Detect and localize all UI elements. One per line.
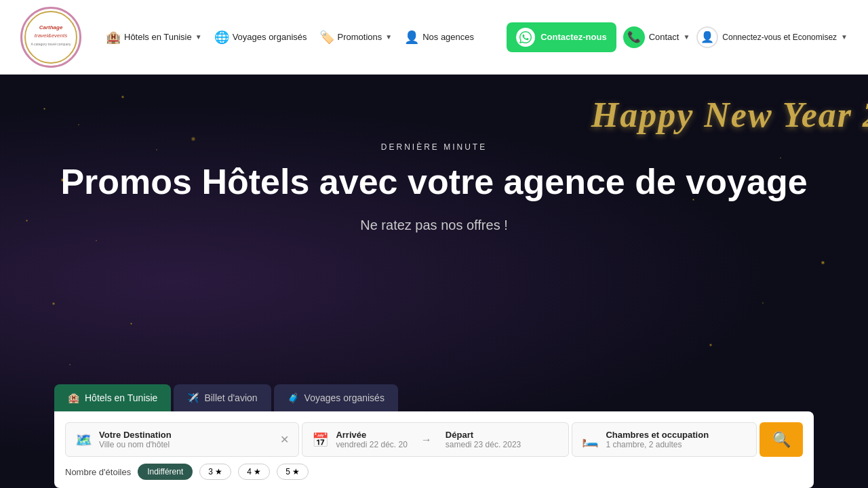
stars-3-btn[interactable]: 3 ★ <box>199 464 231 480</box>
rooms-value: 1 chambre, 2 adultes <box>606 440 747 449</box>
tab-voyages-label: Voyages organisés <box>304 392 384 403</box>
svg-text:travel&events: travel&events <box>35 33 67 39</box>
calendar-icon: 📅 <box>312 432 329 448</box>
search-container: 🏨 Hôtels en Tunisie ✈️ Billet d'avion 🧳 … <box>54 384 814 488</box>
hotels-icon: 🏨 <box>106 30 121 45</box>
destination-clear-icon[interactable]: ✕ <box>280 433 289 446</box>
tab-voyages-icon: 🧳 <box>288 392 299 403</box>
rooms-label: Chambres et occupation <box>606 430 747 440</box>
dates-arrow: → <box>421 434 432 446</box>
search-box: 🗺️ Votre Destination Ville ou nom d'hôte… <box>54 411 814 488</box>
main-nav: 🏨 Hôtels en Tunisie ▼ 🌐 Voyages organisé… <box>102 27 507 47</box>
rooms-icon: 🛏️ <box>582 432 599 448</box>
stars-label: Nombre d'étoiles <box>65 467 131 477</box>
contact-label: Contact <box>649 32 679 42</box>
hero-subtitle: DERNIÈRE MINUTE <box>60 142 807 152</box>
nav-hotels-label: Hôtels en Tunisie <box>124 32 192 42</box>
logo-circle: Carthage travel&events A category travel… <box>20 7 81 68</box>
hero-description: Ne ratez pas nos offres ! <box>60 218 807 233</box>
header: Carthage travel&events A category travel… <box>0 0 868 75</box>
user-icon: 👤 <box>696 26 718 48</box>
agences-icon: 👤 <box>404 30 419 45</box>
arrival-label: Arrivée <box>336 430 407 440</box>
stars-indifferent-btn[interactable]: Indifférent <box>138 464 193 480</box>
svg-text:Carthage: Carthage <box>39 24 63 30</box>
hotels-dropdown-arrow: ▼ <box>195 33 202 41</box>
rooms-content: Chambres et occupation 1 chambre, 2 adul… <box>606 430 747 449</box>
stars-4-label: 4 ★ <box>247 467 261 476</box>
nav-voyages-label: Voyages organisés <box>233 32 307 42</box>
voyages-icon: 🌐 <box>214 30 229 45</box>
destination-icon: 🗺️ <box>75 432 92 448</box>
departure-label: Départ <box>446 430 521 440</box>
search-footer: Nombre d'étoiles Indifférent 3 ★ 4 ★ 5 ★ <box>65 464 803 480</box>
header-right: Contactez-nous 📞 Contact ▼ 👤 Connectez-v… <box>507 22 848 52</box>
login-label: Connectez-vous et Economisez <box>722 33 837 42</box>
hero-section: Happy New Year 2 DERNIÈRE MINUTE Promos … <box>0 75 868 488</box>
hero-content: DERNIÈRE MINUTE Promos Hôtels avec votre… <box>60 142 807 233</box>
whatsapp-icon <box>516 28 535 47</box>
destination-label: Votre Destination <box>99 430 273 440</box>
tab-hotels-icon: 🏨 <box>68 392 79 403</box>
tab-hotels-label: Hôtels en Tunisie <box>85 392 157 403</box>
search-button[interactable]: 🔍 <box>760 422 803 457</box>
nav-voyages[interactable]: 🌐 Voyages organisés <box>210 27 311 47</box>
nav-promotions-label: Promotions <box>338 32 382 42</box>
tab-voyages[interactable]: 🧳 Voyages organisés <box>274 384 398 411</box>
svg-text:A category travel company: A category travel company <box>31 42 71 46</box>
nav-hotels-tunisie[interactable]: 🏨 Hôtels en Tunisie ▼ <box>102 27 206 47</box>
arrival-value: vendredi 22 déc. 20 <box>336 440 407 449</box>
destination-placeholder: Ville ou nom d'hôtel <box>99 440 273 449</box>
destination-field[interactable]: 🗺️ Votre Destination Ville ou nom d'hôte… <box>65 422 299 457</box>
stars-3-label: 3 ★ <box>208 467 222 476</box>
login-button[interactable]: 👤 Connectez-vous et Economisez ▼ <box>696 26 848 48</box>
search-tabs: 🏨 Hôtels en Tunisie ✈️ Billet d'avion 🧳 … <box>54 384 814 411</box>
nav-agences-label: Nos agences <box>422 32 474 42</box>
contact-phone-icon: 📞 <box>623 26 645 48</box>
nav-agences[interactable]: 👤 Nos agences <box>400 27 478 47</box>
promotions-icon: 🏷️ <box>319 30 334 45</box>
hero-title: Promos Hôtels avec votre agence de voyag… <box>60 163 807 201</box>
stars-5-label: 5 ★ <box>285 467 300 476</box>
search-row: 🗺️ Votre Destination Ville ou nom d'hôte… <box>65 422 803 457</box>
tab-billet-icon: ✈️ <box>187 392 199 403</box>
stars-4-btn[interactable]: 4 ★ <box>238 464 270 480</box>
contact-dropdown-arrow: ▼ <box>683 33 690 41</box>
contact-button[interactable]: 📞 Contact ▼ <box>623 26 690 48</box>
nav-promotions[interactable]: 🏷️ Promotions ▼ <box>315 27 397 47</box>
tab-billet-label: Billet d'avion <box>204 392 257 403</box>
stars-indifferent-label: Indifférent <box>147 467 183 476</box>
rooms-field[interactable]: 🛏️ Chambres et occupation 1 chambre, 2 a… <box>572 422 757 457</box>
logo[interactable]: Carthage travel&events A category travel… <box>20 7 81 68</box>
destination-content: Votre Destination Ville ou nom d'hôtel <box>99 430 273 449</box>
whatsapp-button[interactable]: Contactez-nous <box>507 22 616 52</box>
tab-hotels[interactable]: 🏨 Hôtels en Tunisie <box>54 384 171 411</box>
login-dropdown-arrow: ▼ <box>841 33 848 41</box>
dates-field[interactable]: 📅 Arrivée vendredi 22 déc. 20 → Départ s… <box>302 422 569 457</box>
tab-billet[interactable]: ✈️ Billet d'avion <box>174 384 271 411</box>
dates-content: Arrivée vendredi 22 déc. 20 → Départ sam… <box>336 430 559 449</box>
whatsapp-label: Contactez-nous <box>540 32 607 42</box>
search-icon: 🔍 <box>772 431 791 449</box>
stars-5-btn[interactable]: 5 ★ <box>277 464 309 480</box>
departure-value: samedi 23 déc. 2023 <box>446 440 521 449</box>
happy-new-year-text: Happy New Year 2 <box>591 95 868 135</box>
promotions-dropdown-arrow: ▼ <box>385 33 392 41</box>
